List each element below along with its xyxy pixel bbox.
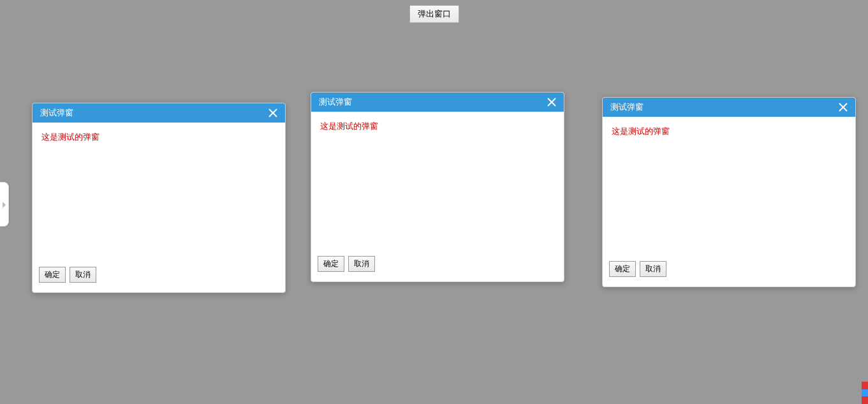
ok-button[interactable]: 确定 <box>39 267 66 283</box>
dialog-footer: 确定 取消 <box>33 267 285 289</box>
ok-button[interactable]: 确定 <box>609 261 636 277</box>
close-icon[interactable] <box>265 103 281 123</box>
dialog-title-bar[interactable]: 测试弹窗 <box>33 103 285 123</box>
dialog-body: 这是测试的弹窗 <box>33 123 285 267</box>
dialog-window: 测试弹窗 这是测试的弹窗 确定 取消 <box>32 103 286 293</box>
close-icon[interactable] <box>835 98 851 117</box>
dialog-content-text: 这是测试的弹窗 <box>612 126 670 136</box>
dialog-content-text: 这是测试的弹窗 <box>320 121 378 131</box>
dialog-title-text: 测试弹窗 <box>319 97 352 107</box>
dialog-title-text: 测试弹窗 <box>40 108 73 117</box>
open-popup-button[interactable]: 弹出窗口 <box>409 5 459 23</box>
dialog-title-bar[interactable]: 测试弹窗 <box>311 93 564 112</box>
dialog-window: 测试弹窗 这是测试的弹窗 确定 取消 <box>311 92 564 282</box>
dialog-body: 这是测试的弹窗 <box>311 112 564 256</box>
ok-button[interactable]: 确定 <box>318 256 344 272</box>
dialog-body: 这是测试的弹窗 <box>603 117 855 261</box>
cancel-button[interactable]: 取消 <box>348 256 375 272</box>
dialog-content-text: 这是测试的弹窗 <box>41 132 99 142</box>
cancel-button[interactable]: 取消 <box>70 267 96 283</box>
corner-widget[interactable] <box>862 382 868 404</box>
cancel-button[interactable]: 取消 <box>640 261 666 277</box>
top-button-area: 弹出窗口 <box>0 0 868 23</box>
dialog-window: 测试弹窗 这是测试的弹窗 确定 取消 <box>602 97 856 287</box>
dialog-title-bar[interactable]: 测试弹窗 <box>603 98 855 117</box>
dialog-footer: 确定 取消 <box>603 261 855 283</box>
dialog-footer: 确定 取消 <box>311 256 564 278</box>
close-icon[interactable] <box>543 93 560 112</box>
side-expand-handle[interactable] <box>0 182 9 227</box>
dialog-title-text: 测试弹窗 <box>610 102 644 112</box>
